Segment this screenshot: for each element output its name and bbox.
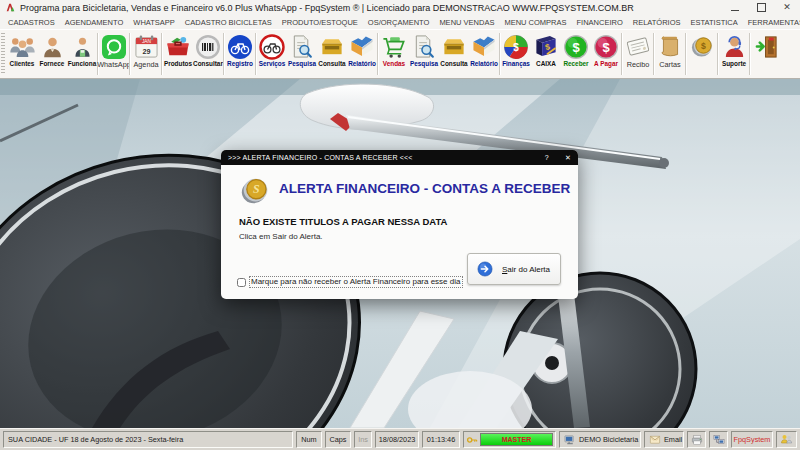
svg-text:29: 29: [142, 47, 150, 56]
toolbar-button-label: A Pagar: [594, 61, 618, 67]
menu-item-label: OS/ORÇAMENTO: [368, 18, 430, 27]
status-printer-button[interactable]: [687, 431, 706, 448]
toolbar-button-financas[interactable]: $Finanças: [501, 30, 531, 78]
toolbar-button-consultar[interactable]: Consultar: [193, 30, 223, 78]
menu-item-financeiro[interactable]: FINANCEIRO: [571, 18, 627, 27]
menu-item-relatorios[interactable]: RELATÓRIOS: [628, 18, 686, 27]
menu-item-ferramentas[interactable]: FERRAMENTAS: [743, 18, 800, 27]
window-titlebar: Programa para Bicicletaria, Vendas e Fin…: [0, 0, 800, 15]
dialog-help-button[interactable]: ?: [545, 154, 549, 161]
status-user-panel: MASTER: [463, 431, 556, 448]
toolbar-button-fornece[interactable]: Fornece: [37, 30, 67, 78]
toolbar-button-recibo[interactable]: Recibo: [623, 30, 653, 78]
toolbar-button-label: Serviços: [259, 61, 286, 67]
toolbar-button-pesquisa[interactable]: Pesquisa: [409, 30, 439, 78]
toolbar-button-label: Pesquisa: [410, 61, 438, 67]
status-license: DEMO Bicicletaria 6.0: [559, 431, 641, 448]
svg-text:$: $: [701, 41, 706, 51]
toolbar-button-funciona[interactable]: Funciona: [67, 30, 97, 78]
toolbar-button-consulta[interactable]: Consulta: [317, 30, 347, 78]
status-user: MASTER: [480, 433, 553, 446]
alert-optout-checkbox[interactable]: [237, 278, 246, 287]
toolbar-button-a-pagar[interactable]: $A Pagar: [591, 30, 621, 78]
status-users-button[interactable]: [776, 431, 797, 448]
bike-service-icon: [259, 32, 285, 61]
status-email-label: Email: [664, 435, 682, 444]
toolbar-button-whatsapp[interactable]: WhatsApp: [99, 30, 129, 78]
status-network-button[interactable]: [709, 431, 728, 448]
search-doc-icon: [289, 32, 315, 61]
minimize-icon: [731, 10, 739, 11]
menu-item-cadastro-bicicletas[interactable]: CADASTRO BICICLETAS: [180, 18, 277, 27]
toolbar-button-servicos[interactable]: Serviços: [257, 30, 287, 78]
menu-item-menu-vendas[interactable]: MENU VENDAS: [434, 18, 499, 27]
whatsapp-icon: [101, 32, 127, 61]
toolbar-button-label: Funciona: [68, 61, 96, 67]
products-icon: [165, 32, 191, 61]
toolbar-button-label: Clientes: [10, 61, 35, 67]
alert-optout-label[interactable]: Marque para não receber o Alerta Finance…: [249, 276, 463, 288]
dialog-close-button[interactable]: ✕: [565, 154, 571, 162]
menu-item-menu-compras[interactable]: MENU COMPRAS: [499, 18, 571, 27]
toolbar-button-label: Suporte: [722, 61, 746, 67]
barcode-icon: [195, 32, 221, 61]
toolbar-button-vendas[interactable]: Vendas: [379, 30, 409, 78]
status-capslock: Caps: [325, 431, 351, 448]
dialog-titlebar: >>> ALERTA FINANCEIRO - CONTAS A RECEBER…: [221, 150, 578, 165]
close-button[interactable]: ✕: [774, 0, 800, 15]
toolbar-button-produtos[interactable]: Produtos: [163, 30, 193, 78]
menu-bar: CADASTROSAGENDAMENTOWHATSAPPCADASTRO BIC…: [0, 15, 800, 29]
toolbar-button-exit-door[interactable]: [751, 30, 781, 78]
toolbar-button-relatorio[interactable]: Relatório: [347, 30, 377, 78]
toolbar-button-coin[interactable]: $: [687, 30, 717, 78]
menu-item-produto-estoque[interactable]: PRODUTO/ESTOQUE: [277, 18, 363, 27]
report-icon: [349, 32, 375, 61]
exit-door-icon: [754, 32, 779, 61]
svg-text:$: $: [602, 40, 610, 55]
minimize-button[interactable]: [722, 0, 748, 15]
users-icon: [780, 433, 793, 446]
toolbar-button-label: Registro: [227, 61, 253, 67]
application-window: Programa para Bicicletaria, Vendas e Fin…: [0, 0, 800, 450]
toolbar-button-cartas[interactable]: Cartas: [655, 30, 685, 78]
menu-item-agendamento[interactable]: AGENDAMENTO: [60, 18, 129, 27]
toolbar-button-label: Consulta: [318, 61, 345, 67]
pay-money-icon: $: [593, 32, 619, 61]
menu-item-estatistica[interactable]: ESTATISTICA: [686, 18, 743, 27]
menu-item-cadastros[interactable]: CADASTROS: [3, 18, 60, 27]
clients-icon: [9, 32, 36, 61]
menu-item-label: PRODUTO/ESTOQUE: [282, 18, 358, 27]
toolbar-button-label: Consulta: [440, 61, 467, 67]
go-arrow-icon: [477, 261, 493, 277]
menu-item-label: FERRAMENTAS: [748, 18, 800, 27]
svg-text:S: S: [253, 182, 260, 196]
dialog-body: S ALERTA FINANCEIRO - CONTAS A RECEBER N…: [221, 165, 578, 299]
status-email-button[interactable]: Email: [644, 431, 684, 448]
toolbar-button-label: Consultar: [193, 61, 223, 67]
maximize-button[interactable]: [748, 0, 774, 15]
exit-alert-button[interactable]: Sair do Alerta: [467, 253, 561, 285]
menu-item-os-orcamento[interactable]: OS/ORÇAMENTO: [363, 18, 435, 27]
menu-item-whatsapp[interactable]: WHATSAPP: [128, 18, 180, 27]
window-title: Programa para Bicicletaria, Vendas e Fin…: [20, 3, 718, 13]
toolbar-button-label: Cartas: [659, 61, 681, 68]
dialog-heading: ALERTA FINANCEIRO - CONTAS A RECEBER: [279, 181, 570, 196]
bike-registry-icon: [227, 32, 253, 61]
main-background: >>> ALERTA FINANCEIRO - CONTAS A RECEBER…: [0, 79, 800, 428]
toolbar-button-receber[interactable]: $Receber: [561, 30, 591, 78]
key-icon: [466, 434, 478, 446]
toolbar-button-pesquisa[interactable]: Pesquisa: [287, 30, 317, 78]
toolbar-button-relatorio[interactable]: Relatório: [469, 30, 499, 78]
toolbar-button-clientes[interactable]: Clientes: [7, 30, 37, 78]
finance-pie-icon: $: [503, 32, 529, 61]
cart-icon: [381, 32, 407, 61]
toolbar-button-agenda[interactable]: JAN29Agenda: [131, 30, 161, 78]
toolbar-button-registro[interactable]: Registro: [225, 30, 255, 78]
menu-item-label: CADASTRO BICICLETAS: [185, 18, 272, 27]
maximize-icon: [757, 3, 766, 12]
menu-item-label: FINANCEIRO: [576, 18, 622, 27]
toolbar-button-consulta[interactable]: Consulta: [439, 30, 469, 78]
toolbar-button-caixa[interactable]: $CAIXA: [531, 30, 561, 78]
toolbar-button-suporte[interactable]: Suporte: [719, 30, 749, 78]
toolbar-button-label: Receber: [563, 61, 588, 67]
